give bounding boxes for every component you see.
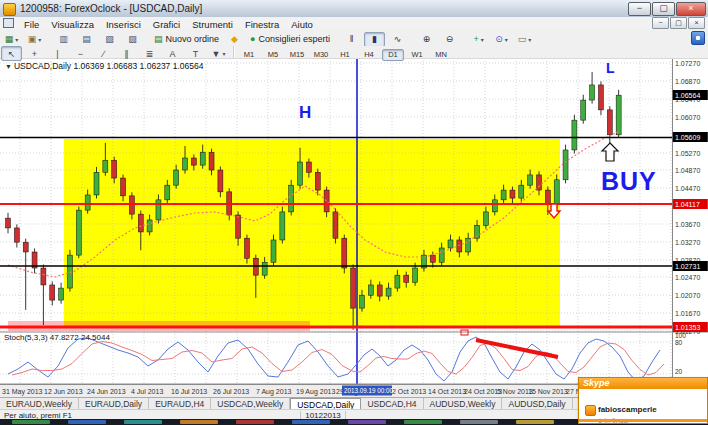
taskbar-item[interactable] [404, 420, 442, 424]
text-label-icon: T [193, 49, 199, 59]
ohlc-info-line: ▼USDCAD,Daily 1.06369 1.06683 1.06237 1.… [5, 61, 203, 71]
horizontal-line-icon: − [78, 49, 83, 59]
skype-notification-popup[interactable]: Skype fabioscamperle è in linea [578, 377, 708, 424]
dropdown-caret-icon: ▾ [505, 36, 508, 43]
timeframe-m30[interactable]: M30 [310, 49, 332, 61]
timeframe-selector: M1M5M15M30H1H4D1W1MN [237, 43, 453, 61]
fibonacci-icon[interactable]: ≣ [139, 46, 160, 61]
timeframe-d1[interactable]: D1 [382, 49, 404, 61]
arrows-icon[interactable]: ▼▾ [208, 46, 229, 61]
annotation-buy[interactable]: BUY [601, 169, 657, 194]
drawing-toolbar: ↖+|−∕∥≣AT▼▾ M1M5M15M30H1H4D1W1MN [0, 46, 708, 59]
taskbar-item[interactable] [348, 420, 386, 424]
text-icon[interactable]: A [162, 46, 183, 61]
templates-icon[interactable]: ▭▾ [514, 32, 535, 47]
taskbar-item[interactable] [516, 420, 554, 424]
taskbar-item[interactable] [180, 420, 218, 424]
indicators-icon[interactable]: +▾ [468, 32, 489, 47]
timeframe-m1[interactable]: M1 [238, 49, 260, 61]
timeframe-mn[interactable]: MN [430, 49, 452, 61]
vertical-line-icon[interactable]: | [47, 46, 68, 61]
window-controls: − ▢ × [628, 2, 706, 16]
chart-window-icon [3, 18, 14, 28]
skype-popup-footer [579, 419, 707, 422]
app-icon [3, 3, 16, 16]
mdi-minimize-button[interactable]: − [652, 17, 669, 29]
crosshair-icon[interactable]: + [24, 46, 45, 61]
periods-icon[interactable]: ⊙▾ [491, 32, 512, 47]
cursor-icon: ↖ [8, 49, 16, 59]
window-title: 1200958: ForexOclock - [USDCAD,Daily] [20, 3, 202, 14]
arrows-icon: ▼ [212, 49, 221, 59]
taskbar-item[interactable] [460, 420, 498, 424]
dropdown-caret-icon: ▾ [222, 50, 225, 57]
templates-icon: ▭ [518, 34, 527, 44]
skype-contact-icon [585, 405, 596, 416]
dropdown-caret-icon: ▾ [481, 36, 484, 43]
dropdown-caret-icon: ▾ [38, 36, 41, 43]
timeframe-m5[interactable]: M5 [262, 49, 284, 61]
taskbar-item[interactable] [236, 420, 274, 424]
timeframe-w1[interactable]: W1 [406, 49, 428, 61]
skype-contact-name: fabioscamperle [598, 405, 657, 414]
minimize-button[interactable]: − [628, 2, 651, 16]
taskbar-item[interactable] [124, 420, 162, 424]
timeframe-h1[interactable]: H1 [334, 49, 356, 61]
equidistant-channel-icon[interactable]: ∥ [116, 46, 137, 61]
trendline-icon: ∕ [103, 49, 105, 59]
dropdown-caret-icon: ▾ [528, 36, 531, 43]
timeframe-m15[interactable]: M15 [286, 49, 308, 61]
vertical-line-icon: | [56, 49, 58, 59]
restore-button[interactable]: ▢ [652, 2, 675, 16]
annotation-l[interactable]: L [606, 61, 615, 75]
skype-popup-header: Skype [579, 378, 707, 389]
annotation-h[interactable]: H [299, 104, 311, 121]
price-axis [672, 58, 708, 397]
community-icon[interactable] [691, 31, 705, 45]
skype-popup-body[interactable]: fabioscamperle è in linea [579, 389, 707, 417]
timeframe-h4[interactable]: H4 [358, 49, 380, 61]
stochastic-label: Stoch(5,3,3) 47.8272 24.5044 [4, 333, 110, 342]
cursor-icon[interactable]: ↖ [1, 46, 22, 61]
periods-icon: ⊙ [495, 34, 503, 44]
text-icon: A [169, 49, 175, 59]
taskbar-item[interactable] [292, 420, 330, 424]
horizontal-line-icon[interactable]: − [70, 46, 91, 61]
fibonacci-icon: ≣ [146, 49, 154, 59]
taskbar-item[interactable] [12, 420, 50, 424]
skype-logo: Skype [583, 378, 610, 388]
trendline-icon[interactable]: ∕ [93, 46, 114, 61]
text-label-icon[interactable]: T [185, 46, 206, 61]
dropdown-caret-icon: ▾ [15, 36, 18, 43]
equidistant-channel-icon: ∥ [124, 49, 129, 59]
mdi-window-controls: − ▢ × [652, 17, 708, 29]
collapse-arrow-icon[interactable]: ▼ [5, 63, 12, 70]
taskbar-item[interactable] [68, 420, 106, 424]
mdi-restore-button[interactable]: ▢ [670, 17, 687, 29]
date-axis [0, 384, 672, 398]
crosshair-icon: + [32, 49, 37, 59]
indicators-icon: + [473, 34, 478, 44]
close-button[interactable]: × [676, 2, 706, 16]
mdi-close-button[interactable]: × [688, 17, 705, 29]
